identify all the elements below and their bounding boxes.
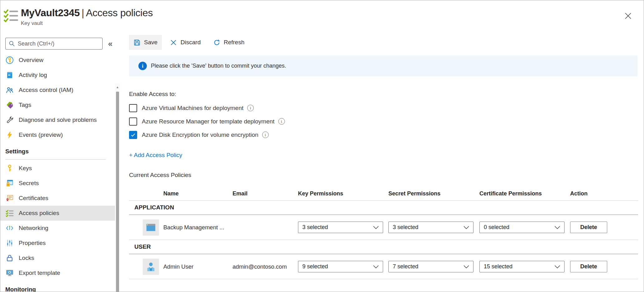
export-template-icon — [5, 269, 14, 277]
sidebar-item-access-control-iam[interactable]: Access control (IAM) — [0, 83, 120, 98]
dropdown-value: 7 selected — [393, 263, 418, 270]
key-icon — [5, 164, 14, 173]
key-permissions-dropdown[interactable]: 3 selected — [298, 222, 383, 233]
group-divider — [5, 159, 106, 160]
sidebar-item-secrets[interactable]: Secrets — [0, 176, 120, 191]
chevron-down-icon — [373, 265, 379, 268]
policy-name: Backup Management ... — [163, 224, 233, 231]
discard-label: Discard — [180, 39, 200, 46]
access-policies-table: Name Email Key Permissions Secret Permis… — [129, 187, 638, 279]
secret-permissions-dropdown[interactable]: 7 selected — [388, 261, 473, 272]
sidebar-item-certificates[interactable]: Certificates — [0, 191, 120, 206]
checkbox-row-disk-encryption: Azure Disk Encryption for volume encrypt… — [129, 128, 637, 141]
column-header-key-permissions: Key Permissions — [298, 190, 388, 197]
group-row-application: APPLICATION — [129, 201, 638, 215]
key-vault-access-policies-blade: MyVault2345|Access policies Key vault — [0, 0, 644, 292]
sliders-icon — [5, 239, 14, 247]
sidebar-item-locks[interactable]: Locks — [0, 251, 120, 266]
column-header-action: Action — [570, 190, 638, 197]
info-tooltip-icon[interactable]: i — [278, 118, 285, 125]
access-policies-checklist-icon — [3, 8, 18, 22]
blade-name: Access policies — [86, 7, 153, 18]
resource-type-label: Key vault — [21, 20, 153, 26]
delete-button[interactable]: Delete — [570, 261, 607, 272]
wrench-icon — [5, 116, 14, 124]
info-tooltip-icon[interactable]: i — [262, 132, 269, 138]
scrollbar-up-arrow-icon[interactable]: ▲ — [115, 84, 120, 90]
secret-permissions-dropdown[interactable]: 3 selected — [388, 222, 473, 233]
checkmark-icon — [130, 132, 136, 138]
enable-access-label: Enable Access to: — [129, 91, 637, 98]
refresh-button[interactable]: Refresh — [209, 35, 249, 50]
checkbox-label: Azure Resource Manager for template depl… — [142, 118, 275, 125]
column-header-certificate-permissions: Certificate Permissions — [479, 190, 570, 197]
sidebar-item-access-policies[interactable]: Access policies — [0, 206, 115, 221]
key-circle-icon — [5, 56, 14, 65]
enable-access-options: Azure Virtual Machines for deployment i … — [129, 101, 637, 141]
search-input[interactable] — [18, 41, 99, 47]
user-icon — [143, 259, 159, 275]
sidebar-item-label: Access policies — [19, 210, 59, 217]
sidebar-item-export-template[interactable]: Export template — [0, 266, 120, 280]
chevron-down-icon — [464, 226, 469, 229]
info-tooltip-icon[interactable]: i — [247, 105, 254, 111]
vm-deployment-checkbox[interactable] — [129, 104, 137, 112]
delete-button[interactable]: Delete — [570, 222, 607, 233]
sidebar-item-events-preview[interactable]: Events (preview) — [0, 127, 120, 142]
page-title: MyVault2345|Access policies — [21, 7, 153, 18]
sidebar-item-label: Diagnose and solve problems — [19, 117, 97, 123]
sidebar-item-tags[interactable]: Tags — [0, 98, 120, 112]
activity-log-icon — [5, 71, 14, 79]
certificate-permissions-dropdown[interactable]: 15 selected — [479, 261, 565, 272]
sidebar-item-diagnose[interactable]: Diagnose and solve problems — [0, 112, 120, 127]
scrollbar-thumb[interactable] — [116, 92, 119, 292]
refresh-label: Refresh — [224, 39, 245, 46]
discard-x-icon — [170, 39, 177, 46]
certificate-permissions-dropdown[interactable]: 0 selected — [479, 222, 565, 233]
vault-name: MyVault2345 — [21, 7, 80, 18]
secrets-icon — [5, 179, 14, 188]
networking-icon — [5, 224, 14, 232]
column-header-name: Name — [163, 190, 233, 197]
sidebar-item-activity-log[interactable]: Activity log — [0, 68, 120, 83]
sidebar-item-label: Overview — [19, 57, 43, 64]
sidebar-group-settings: Settings — [0, 142, 120, 157]
add-access-policy-link[interactable]: + Add Access Policy — [129, 152, 182, 159]
column-header-email: Email — [233, 190, 298, 197]
group-label: APPLICATION — [129, 204, 638, 211]
group-row-user: USER — [129, 240, 638, 254]
people-icon — [5, 86, 14, 94]
sidebar-item-keys[interactable]: Keys — [0, 161, 120, 176]
chevron-down-icon — [555, 265, 560, 268]
info-banner: i Please click the 'Save' button to comm… — [129, 55, 637, 76]
sidebar-search-box — [5, 38, 103, 50]
chevron-down-icon — [373, 226, 379, 229]
sidebar-item-overview[interactable]: Overview — [0, 53, 120, 68]
save-icon — [133, 39, 141, 46]
sidebar-item-networking[interactable]: Networking — [0, 221, 120, 236]
collapse-sidebar-button[interactable]: « — [108, 40, 113, 48]
checkbox-row-arm-template: Azure Resource Manager for template depl… — [129, 115, 637, 128]
save-button[interactable]: Save — [129, 35, 162, 50]
sidebar-menu: Overview Activity log — [0, 53, 120, 292]
sidebar-item-label: Tags — [19, 102, 31, 108]
sidebar-item-properties[interactable]: Properties — [0, 236, 120, 251]
column-header-secret-permissions: Secret Permissions — [388, 190, 479, 197]
checklist-icon — [5, 209, 14, 218]
sidebar-item-label: Secrets — [19, 180, 39, 187]
sidebar-group-monitoring: Monitoring — [0, 280, 120, 292]
sidebar-item-label: Certificates — [19, 195, 48, 202]
close-blade-button[interactable] — [624, 12, 632, 20]
discard-button[interactable]: Discard — [166, 35, 205, 50]
tags-icon — [5, 101, 14, 109]
lightning-icon — [5, 131, 14, 139]
group-label: USER — [129, 243, 638, 250]
key-permissions-dropdown[interactable]: 9 selected — [298, 261, 383, 272]
sidebar-item-label: Events (preview) — [19, 132, 63, 138]
arm-template-checkbox[interactable] — [129, 117, 137, 126]
sidebar-scrollbar[interactable]: ▲ — [115, 84, 120, 292]
chevron-down-icon — [555, 226, 560, 229]
table-row: Admin User admin@contoso.com 9 selected … — [129, 254, 638, 279]
disk-encryption-checkbox[interactable] — [129, 131, 137, 139]
sidebar-item-label: Access control (IAM) — [19, 87, 73, 93]
